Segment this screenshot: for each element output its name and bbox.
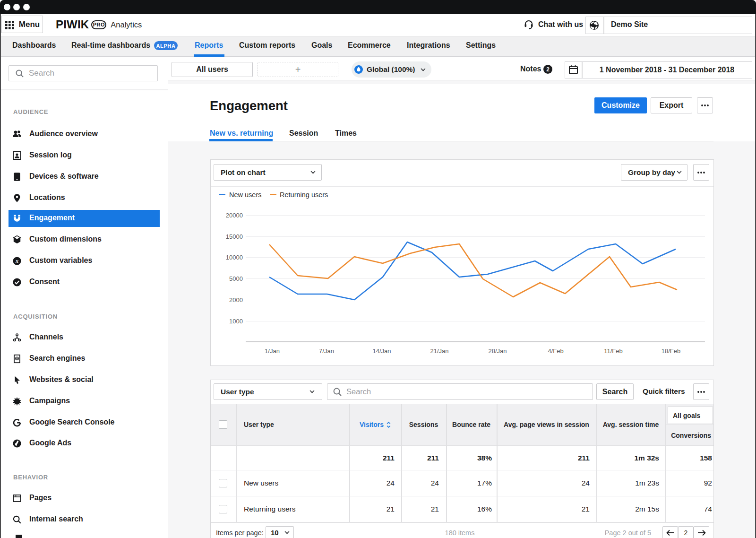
svg-text:x: x [15, 258, 18, 264]
